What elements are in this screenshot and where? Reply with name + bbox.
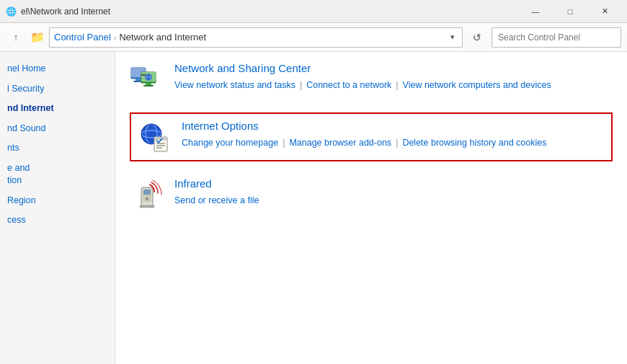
- svg-rect-24: [143, 190, 151, 195]
- content-area: Network and Sharing Center View network …: [115, 52, 627, 364]
- category-internet-options-highlighted: Internet Options Change your homepage | …: [130, 112, 613, 161]
- breadcrumb-dropdown-button[interactable]: ▾: [448, 31, 458, 43]
- category-internet-title[interactable]: Internet Options: [182, 120, 605, 132]
- sidebar: nel Home l Security nd Internet nd Sound…: [0, 52, 115, 364]
- svg-rect-6: [146, 83, 151, 85]
- breadcrumb-segment[interactable]: Control Panel: [54, 32, 111, 43]
- view-computers-link[interactable]: View network computers and devices: [403, 77, 551, 94]
- address-bar: ↑ 📁 Control Panel › Network and Internet…: [0, 23, 627, 52]
- minimize-button[interactable]: —: [519, 1, 552, 22]
- back-icon: ↑: [14, 32, 19, 43]
- category-icon-infrared: [130, 177, 164, 212]
- category-internet-links: Change your homepage | Manage browser ad…: [182, 135, 605, 151]
- send-receive-link[interactable]: Send or receive a file: [174, 192, 259, 209]
- delete-history-link[interactable]: Delete browsing history and cookies: [402, 135, 546, 151]
- sidebar-item-accessibility[interactable]: cess: [0, 210, 115, 231]
- sidebar-item-hardware-sound[interactable]: nd Sound: [0, 119, 115, 139]
- change-homepage-link[interactable]: Change your homepage: [182, 135, 278, 151]
- network-icon: [130, 62, 164, 97]
- folder-icon: 📁: [30, 30, 45, 44]
- internet-options-icon: [137, 120, 172, 154]
- maximize-button[interactable]: □: [553, 1, 587, 22]
- back-button[interactable]: ↑: [6, 27, 26, 48]
- sidebar-item-region[interactable]: Region: [0, 191, 115, 211]
- infrared-icon: [130, 177, 164, 212]
- category-infrared: Infrared Send or receive a file: [130, 177, 613, 212]
- close-button[interactable]: ✕: [588, 1, 621, 22]
- svg-rect-23: [140, 205, 154, 208]
- connect-network-link[interactable]: Connect to a network: [306, 77, 391, 94]
- category-icon-internet: [137, 120, 172, 154]
- category-network-title[interactable]: Network and Sharing Center: [174, 62, 613, 74]
- svg-point-25: [146, 197, 148, 200]
- window-icon: 🌐: [6, 6, 17, 17]
- title-bar: 🌐 el\Network and Internet — □ ✕: [0, 0, 627, 23]
- main-container: nel Home l Security nd Internet nd Sound…: [0, 52, 627, 364]
- sidebar-item-programs[interactable]: nts: [0, 138, 115, 159]
- sidebar-item-panel-home[interactable]: nel Home: [0, 59, 115, 79]
- search-input[interactable]: [492, 27, 621, 48]
- category-internet-content: Internet Options Change your homepage | …: [182, 120, 605, 151]
- title-bar-left: 🌐 el\Network and Internet: [6, 6, 110, 17]
- category-infrared-links: Send or receive a file: [174, 192, 613, 209]
- breadcrumb: Control Panel › Network and Internet ▾: [49, 27, 463, 48]
- sidebar-item-user-accounts[interactable]: e and tion: [0, 159, 115, 191]
- refresh-button[interactable]: ↺: [467, 27, 487, 48]
- breadcrumb-separator: ›: [114, 33, 117, 42]
- category-network-links: View network status and tasks | Connect …: [174, 77, 613, 94]
- category-infrared-content: Infrared Send or receive a file: [174, 177, 613, 209]
- sidebar-item-network-internet[interactable]: nd Internet: [0, 99, 115, 119]
- breadcrumb-current: Network and Internet: [119, 32, 206, 43]
- category-infrared-title[interactable]: Infrared: [174, 177, 613, 190]
- category-network-content: Network and Sharing Center View network …: [174, 62, 613, 94]
- window-title: el\Network and Internet: [21, 6, 110, 17]
- category-icon-network: [130, 62, 164, 97]
- title-bar-controls: — □ ✕: [519, 1, 621, 22]
- manage-addons-link[interactable]: Manage browser add-ons: [289, 135, 391, 151]
- svg-rect-2: [135, 79, 141, 81]
- category-network-sharing: Network and Sharing Center View network …: [130, 62, 613, 97]
- sidebar-item-security[interactable]: l Security: [0, 79, 115, 99]
- svg-rect-7: [143, 85, 154, 86]
- view-network-status-link[interactable]: View network status and tasks: [174, 77, 295, 94]
